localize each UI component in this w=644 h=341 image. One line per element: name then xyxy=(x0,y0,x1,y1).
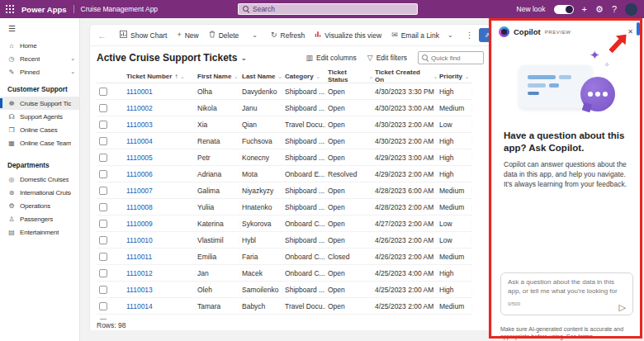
cell-priority: High xyxy=(438,170,472,178)
edit-filters-button[interactable]: ▽ Edit filters xyxy=(367,54,407,62)
row-checkbox[interactable] xyxy=(99,203,107,211)
ticket-number-link[interactable]: 1110003 xyxy=(125,121,196,129)
user-avatar[interactable] xyxy=(625,3,637,16)
cell-ticket-status: Closed xyxy=(326,253,373,261)
new-button[interactable]: + New xyxy=(173,29,202,42)
column-header-priority[interactable]: Priority ⌄ xyxy=(438,73,472,80)
settings-gear-icon[interactable]: ⚙ xyxy=(595,5,604,14)
more-commands-icon[interactable]: ⋮ xyxy=(462,31,477,40)
ticket-number-link[interactable]: 1110010 xyxy=(125,236,196,244)
refresh-button[interactable]: ↻ Refresh xyxy=(267,29,309,42)
table-row: 1110003 Xia Qian Travel Docu... Open 4/3… xyxy=(97,116,472,133)
hamburger-menu-icon[interactable]: ☰ xyxy=(0,18,79,39)
sidebar-item-domestic-cruises[interactable]: ◎ Domestic Cruises xyxy=(0,173,79,186)
plus-icon: + xyxy=(177,31,181,39)
column-header-ticket-status[interactable]: Ticket Status ⌄ xyxy=(326,69,373,83)
table-row: 1110014 Tamara Babych Travel Docu... Ope… xyxy=(97,298,472,315)
ticket-number-link[interactable]: 1110011 xyxy=(125,253,196,261)
add-icon[interactable]: + xyxy=(582,5,587,14)
cell-ticket-created-on: 4/25/2023 2:00 AM xyxy=(373,302,438,310)
global-search-input[interactable] xyxy=(253,5,413,13)
ticket-number-link[interactable]: 1110006 xyxy=(125,170,196,178)
chevron-down-icon[interactable]: ⌄ xyxy=(241,54,248,62)
help-icon[interactable]: ? xyxy=(612,5,617,14)
row-checkbox[interactable] xyxy=(99,104,107,112)
row-checkbox[interactable] xyxy=(99,220,107,228)
cell-ticket-status: Open xyxy=(326,137,373,145)
cell-ticket-status: Open xyxy=(326,220,373,228)
column-header-category[interactable]: Category ⌄ xyxy=(283,73,326,80)
sidebar-group-departments: Departments xyxy=(0,149,79,173)
cell-ticket-status: Open xyxy=(326,286,373,294)
sidebar-item-label: Passengers xyxy=(20,215,53,223)
column-header-first-name[interactable]: First Name ⌄ xyxy=(196,73,240,80)
chevron-down-icon[interactable]: ⌄ xyxy=(445,31,456,39)
row-checkbox[interactable] xyxy=(99,154,107,162)
ticket-number-link[interactable]: 1110012 xyxy=(125,269,196,277)
ticket-number-link[interactable]: 1110002 xyxy=(125,104,196,112)
cell-ticket-created-on: 4/29/2023 2:00 AM xyxy=(373,170,438,178)
sidebar-item-online-cases[interactable]: ❒ Online Cases xyxy=(0,123,79,136)
column-header-ticket-number[interactable]: Ticket Number ↑ ⌄ xyxy=(125,73,196,80)
row-checkbox[interactable] xyxy=(99,187,107,195)
sidebar-item-operations[interactable]: ⚙ Operations xyxy=(0,199,79,212)
ticket-number-link[interactable]: 1110008 xyxy=(125,203,196,211)
sidebar-item-international-cruises[interactable]: ⊛ International Cruises xyxy=(0,186,79,199)
globe-icon: ⊛ xyxy=(7,189,16,197)
waffle-menu-icon[interactable] xyxy=(0,0,20,18)
new-look-toggle[interactable] xyxy=(554,5,574,14)
sidebar-item-recent[interactable]: ◷ Recent ⌄ xyxy=(0,52,79,65)
visualize-view-button[interactable]: Visualize this view xyxy=(310,28,386,42)
close-icon[interactable]: ✕ xyxy=(626,26,635,37)
ticket-number-link[interactable]: 1110004 xyxy=(125,137,196,145)
cell-priority: Medium xyxy=(438,302,472,310)
row-checkbox[interactable] xyxy=(99,236,107,244)
view-title[interactable]: Active Cruise Support Tickets xyxy=(97,52,238,64)
cell-ticket-created-on: 4/25/2023 4:00 AM xyxy=(373,269,438,277)
row-checkbox[interactable] xyxy=(99,286,107,294)
row-checkbox[interactable] xyxy=(99,253,107,261)
ticket-number-link[interactable]: 1110005 xyxy=(125,154,196,162)
cell-ticket-status: Open xyxy=(326,121,373,129)
show-chart-button[interactable]: Show Chart xyxy=(116,28,171,42)
sidebar-item-entertainment[interactable]: ▤ Entertainment xyxy=(0,225,79,239)
row-checkbox[interactable] xyxy=(99,121,107,129)
quick-find-input[interactable] xyxy=(431,54,480,62)
row-checkbox[interactable] xyxy=(99,170,107,178)
edit-columns-button[interactable]: ▥ Edit columns xyxy=(306,54,357,62)
copilot-question-input[interactable] xyxy=(508,278,626,298)
row-checkbox[interactable] xyxy=(99,269,107,277)
chevron-down-icon[interactable]: ⌄ xyxy=(249,31,260,39)
ticket-number-link[interactable]: 1110001 xyxy=(125,88,196,96)
sidebar-item-passengers[interactable]: ♙ Passengers xyxy=(0,212,79,225)
column-header-last-name[interactable]: Last Name ⌄ xyxy=(240,73,283,80)
cell-category: Shipboard ... xyxy=(283,203,326,211)
ticket-number-link[interactable]: 1110013 xyxy=(125,286,196,294)
row-checkbox[interactable] xyxy=(99,137,107,145)
cell-last-name: Fuchsova xyxy=(240,137,283,145)
back-arrow-icon[interactable]: ← xyxy=(95,31,109,40)
row-checkbox[interactable] xyxy=(99,319,107,320)
sidebar-item-pinned[interactable]: ✎ Pinned ⌄ xyxy=(0,65,79,78)
sidebar-item-online-case-teams[interactable]: ▦ Online Case Teams xyxy=(0,136,79,149)
see-terms-link[interactable]: See terms xyxy=(566,334,593,339)
sidebar-departments-section: ◎ Domestic Cruises ⊛ International Cruis… xyxy=(0,173,79,239)
row-checkbox[interactable] xyxy=(99,88,107,96)
sidebar-item-support-agents[interactable]: ☊ Support Agents xyxy=(0,110,79,123)
gear-icon: ⚙ xyxy=(7,202,16,210)
ticket-number-link[interactable]: 1110007 xyxy=(125,187,196,195)
ticket-number-link[interactable]: 1110009 xyxy=(125,220,196,228)
scrollbar-thumb[interactable] xyxy=(637,22,640,36)
email-link-button[interactable]: ✉ Email a Link xyxy=(387,29,443,42)
cell-ticket-status: Open xyxy=(326,187,373,195)
cell-ticket-status: Open xyxy=(326,154,373,162)
cell-priority: High xyxy=(438,154,472,162)
sidebar-item-cruise-support-tickets[interactable]: ☸ Cruise Support Tickets xyxy=(0,97,79,110)
cell-ticket-status: Open xyxy=(326,203,373,211)
column-header-ticket-created-on[interactable]: Ticket Created On ⌄ xyxy=(373,69,438,83)
ticket-number-link[interactable]: 1110014 xyxy=(125,302,196,310)
delete-button[interactable]: Delete xyxy=(205,28,244,42)
send-icon[interactable]: ▷ xyxy=(619,303,626,312)
row-checkbox[interactable] xyxy=(99,302,107,310)
sidebar-item-home[interactable]: ⌂ Home xyxy=(0,39,79,52)
